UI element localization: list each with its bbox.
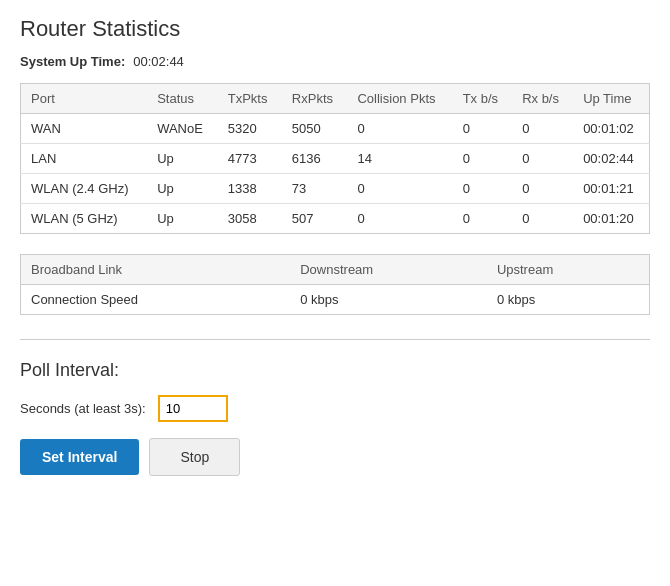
table-cell: 0 xyxy=(347,204,452,234)
table-cell: 1338 xyxy=(218,174,282,204)
table-cell: 6136 xyxy=(282,144,348,174)
broadband-table: Broadband LinkDownstreamUpstream Connect… xyxy=(20,254,650,315)
ports-table: PortStatusTxPktsRxPktsCollision PktsTx b… xyxy=(20,83,650,234)
table-cell: 00:01:20 xyxy=(573,204,649,234)
table-cell: 0 xyxy=(512,114,573,144)
table-cell: 0 xyxy=(347,114,452,144)
table-cell: 0 xyxy=(453,144,512,174)
table-cell: 00:02:44 xyxy=(573,144,649,174)
table-row: WLAN (2.4 GHz)Up13387300000:01:21 xyxy=(21,174,650,204)
table-cell: 0 kbps xyxy=(290,285,487,315)
table-cell: LAN xyxy=(21,144,148,174)
table-row: Connection Speed0 kbps0 kbps xyxy=(21,285,650,315)
system-uptime-value: 00:02:44 xyxy=(133,54,184,69)
poll-seconds-input[interactable] xyxy=(158,395,228,422)
table-row: WANWANoE5320505000000:01:02 xyxy=(21,114,650,144)
table-cell: 0 xyxy=(512,204,573,234)
table-cell: 507 xyxy=(282,204,348,234)
table-cell: WLAN (5 GHz) xyxy=(21,204,148,234)
table-cell: Connection Speed xyxy=(21,285,291,315)
ports-table-header: Status xyxy=(147,84,218,114)
table-cell: 0 xyxy=(453,114,512,144)
ports-table-header: RxPkts xyxy=(282,84,348,114)
ports-table-header: Port xyxy=(21,84,148,114)
table-row: WLAN (5 GHz)Up305850700000:01:20 xyxy=(21,204,650,234)
stop-button[interactable]: Stop xyxy=(149,438,240,476)
table-cell: 0 xyxy=(453,204,512,234)
table-cell: 0 xyxy=(512,174,573,204)
broadband-table-header: Upstream xyxy=(487,255,650,285)
broadband-table-header: Downstream xyxy=(290,255,487,285)
table-cell: 4773 xyxy=(218,144,282,174)
table-cell: 14 xyxy=(347,144,452,174)
table-cell: 5320 xyxy=(218,114,282,144)
table-cell: 00:01:21 xyxy=(573,174,649,204)
poll-section-title: Poll Interval: xyxy=(20,360,650,381)
table-cell: Up xyxy=(147,174,218,204)
ports-table-header: Rx b/s xyxy=(512,84,573,114)
table-cell: 0 xyxy=(347,174,452,204)
table-cell: 0 xyxy=(512,144,573,174)
ports-table-header: Tx b/s xyxy=(453,84,512,114)
section-divider xyxy=(20,339,650,340)
table-cell: WANoE xyxy=(147,114,218,144)
table-cell: 5050 xyxy=(282,114,348,144)
set-interval-button[interactable]: Set Interval xyxy=(20,439,139,475)
table-cell: 00:01:02 xyxy=(573,114,649,144)
ports-table-header: TxPkts xyxy=(218,84,282,114)
table-cell: Up xyxy=(147,204,218,234)
table-cell: Up xyxy=(147,144,218,174)
table-cell: 3058 xyxy=(218,204,282,234)
ports-table-header: Up Time xyxy=(573,84,649,114)
page-title: Router Statistics xyxy=(20,16,650,42)
broadband-table-header: Broadband Link xyxy=(21,255,291,285)
table-cell: 73 xyxy=(282,174,348,204)
table-row: LANUp47736136140000:02:44 xyxy=(21,144,650,174)
table-cell: 0 kbps xyxy=(487,285,650,315)
ports-table-header: Collision Pkts xyxy=(347,84,452,114)
table-cell: WAN xyxy=(21,114,148,144)
table-cell: 0 xyxy=(453,174,512,204)
system-uptime-label: System Up Time: xyxy=(20,54,125,69)
poll-seconds-label: Seconds (at least 3s): xyxy=(20,401,146,416)
table-cell: WLAN (2.4 GHz) xyxy=(21,174,148,204)
